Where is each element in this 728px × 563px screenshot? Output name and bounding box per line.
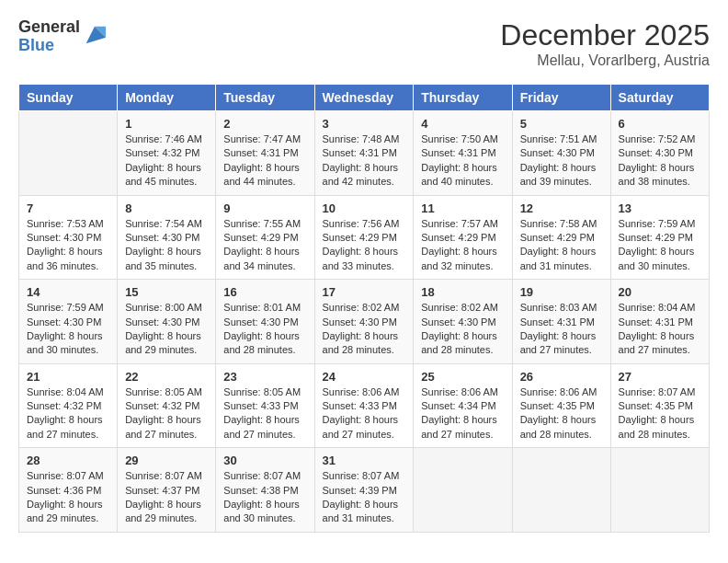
cell-sun-info: Sunrise: 8:07 AMSunset: 4:36 PMDaylight:… [27,469,109,526]
calendar-cell: 28Sunrise: 8:07 AMSunset: 4:36 PMDayligh… [19,448,118,533]
day-number: 27 [619,370,701,384]
cell-sun-info: Sunrise: 8:02 AMSunset: 4:30 PMDaylight:… [323,301,406,358]
cell-sun-info: Sunrise: 8:03 AMSunset: 4:31 PMDaylight:… [520,301,603,358]
day-number: 26 [520,370,603,384]
header-friday: Friday [512,85,610,111]
calendar-cell: 15Sunrise: 8:00 AMSunset: 4:30 PMDayligh… [118,280,216,364]
day-number: 7 [27,201,109,215]
header-tuesday: Tuesday [216,85,314,111]
calendar-cell [414,448,512,533]
cell-sun-info: Sunrise: 8:07 AMSunset: 4:39 PMDaylight:… [323,469,406,526]
weekday-header-row: SundayMondayTuesdayWednesdayThursdayFrid… [19,85,710,111]
cell-sun-info: Sunrise: 8:05 AMSunset: 4:33 PMDaylight:… [223,385,306,442]
location-title: Mellau, Vorarlberg, Austria [500,52,710,69]
calendar-cell: 3Sunrise: 7:48 AMSunset: 4:31 PMDaylight… [314,111,414,196]
cell-sun-info: Sunrise: 8:02 AMSunset: 4:30 PMDaylight:… [421,301,504,358]
calendar-cell: 24Sunrise: 8:06 AMSunset: 4:33 PMDayligh… [314,363,414,448]
page-header: General Blue December 2025 Mellau, Vorar… [18,18,710,69]
header-thursday: Thursday [414,85,512,111]
title-section: December 2025 Mellau, Vorarlberg, Austri… [500,18,710,69]
header-saturday: Saturday [610,85,709,111]
calendar-cell: 2Sunrise: 7:47 AMSunset: 4:31 PMDaylight… [216,111,314,196]
day-number: 23 [223,370,306,384]
calendar-cell: 26Sunrise: 8:06 AMSunset: 4:35 PMDayligh… [512,363,610,448]
calendar-cell: 10Sunrise: 7:56 AMSunset: 4:29 PMDayligh… [314,195,414,280]
day-number: 14 [27,285,109,299]
cell-sun-info: Sunrise: 7:51 AMSunset: 4:30 PMDaylight:… [520,132,603,190]
day-number: 17 [323,285,406,299]
calendar-cell: 12Sunrise: 7:58 AMSunset: 4:29 PMDayligh… [512,195,610,280]
day-number: 3 [323,117,406,131]
day-number: 19 [520,285,603,299]
day-number: 24 [323,370,406,384]
day-number: 22 [125,370,208,384]
day-number: 11 [421,201,504,215]
calendar-cell: 27Sunrise: 8:07 AMSunset: 4:35 PMDayligh… [610,363,709,448]
calendar-cell: 29Sunrise: 8:07 AMSunset: 4:37 PMDayligh… [118,448,216,533]
calendar-cell: 20Sunrise: 8:04 AMSunset: 4:31 PMDayligh… [610,280,709,364]
day-number: 2 [223,117,306,131]
calendar-cell: 13Sunrise: 7:59 AMSunset: 4:29 PMDayligh… [610,195,709,280]
cell-sun-info: Sunrise: 8:01 AMSunset: 4:30 PMDaylight:… [223,301,306,358]
week-row-2: 7Sunrise: 7:53 AMSunset: 4:30 PMDaylight… [19,195,710,280]
cell-sun-info: Sunrise: 7:57 AMSunset: 4:29 PMDaylight:… [421,217,504,274]
calendar-cell: 9Sunrise: 7:55 AMSunset: 4:29 PMDaylight… [216,195,314,280]
calendar-cell [19,111,118,196]
logo: General Blue [18,18,108,55]
cell-sun-info: Sunrise: 8:07 AMSunset: 4:35 PMDaylight:… [619,385,701,442]
day-number: 18 [421,285,504,299]
day-number: 30 [223,454,306,467]
day-number: 20 [619,285,701,299]
month-title: December 2025 [500,18,710,52]
cell-sun-info: Sunrise: 7:47 AMSunset: 4:31 PMDaylight:… [223,132,306,190]
cell-sun-info: Sunrise: 7:55 AMSunset: 4:29 PMDaylight:… [223,217,306,274]
day-number: 6 [619,117,701,131]
week-row-3: 14Sunrise: 7:59 AMSunset: 4:30 PMDayligh… [19,280,710,364]
week-row-1: 1Sunrise: 7:46 AMSunset: 4:32 PMDaylight… [19,111,710,196]
cell-sun-info: Sunrise: 7:58 AMSunset: 4:29 PMDaylight:… [520,217,603,274]
calendar-cell: 8Sunrise: 7:54 AMSunset: 4:30 PMDaylight… [118,195,216,280]
cell-sun-info: Sunrise: 8:07 AMSunset: 4:38 PMDaylight:… [223,469,306,526]
day-number: 4 [421,117,504,131]
week-row-4: 21Sunrise: 8:04 AMSunset: 4:32 PMDayligh… [19,363,710,448]
calendar-cell: 11Sunrise: 7:57 AMSunset: 4:29 PMDayligh… [414,195,512,280]
calendar-table: SundayMondayTuesdayWednesdayThursdayFrid… [18,84,710,533]
day-number: 12 [520,201,603,215]
cell-sun-info: Sunrise: 7:53 AMSunset: 4:30 PMDaylight:… [27,217,109,274]
header-monday: Monday [118,85,216,111]
cell-sun-info: Sunrise: 8:00 AMSunset: 4:30 PMDaylight:… [125,301,208,358]
cell-sun-info: Sunrise: 7:46 AMSunset: 4:32 PMDaylight:… [125,132,208,190]
calendar-cell: 31Sunrise: 8:07 AMSunset: 4:39 PMDayligh… [314,448,414,533]
calendar-cell: 22Sunrise: 8:05 AMSunset: 4:32 PMDayligh… [118,363,216,448]
day-number: 9 [223,201,306,215]
day-number: 25 [421,370,504,384]
day-number: 31 [323,454,406,467]
calendar-cell: 23Sunrise: 8:05 AMSunset: 4:33 PMDayligh… [216,363,314,448]
calendar-cell: 16Sunrise: 8:01 AMSunset: 4:30 PMDayligh… [216,280,314,364]
calendar-cell: 18Sunrise: 8:02 AMSunset: 4:30 PMDayligh… [414,280,512,364]
day-number: 29 [125,454,208,467]
day-number: 21 [27,370,109,384]
day-number: 13 [619,201,701,215]
calendar-cell: 17Sunrise: 8:02 AMSunset: 4:30 PMDayligh… [314,280,414,364]
cell-sun-info: Sunrise: 8:06 AMSunset: 4:34 PMDaylight:… [421,385,504,442]
cell-sun-info: Sunrise: 8:07 AMSunset: 4:37 PMDaylight:… [125,469,208,526]
header-sunday: Sunday [19,85,118,111]
cell-sun-info: Sunrise: 7:54 AMSunset: 4:30 PMDaylight:… [125,217,208,274]
calendar-cell: 21Sunrise: 8:04 AMSunset: 4:32 PMDayligh… [19,363,118,448]
logo-icon [82,22,108,48]
cell-sun-info: Sunrise: 7:59 AMSunset: 4:29 PMDaylight:… [619,217,701,274]
cell-sun-info: Sunrise: 8:04 AMSunset: 4:32 PMDaylight:… [27,385,109,442]
calendar-cell: 14Sunrise: 7:59 AMSunset: 4:30 PMDayligh… [19,280,118,364]
cell-sun-info: Sunrise: 8:04 AMSunset: 4:31 PMDaylight:… [619,301,701,358]
cell-sun-info: Sunrise: 8:06 AMSunset: 4:35 PMDaylight:… [520,385,603,442]
calendar-cell: 25Sunrise: 8:06 AMSunset: 4:34 PMDayligh… [414,363,512,448]
calendar-cell: 30Sunrise: 8:07 AMSunset: 4:38 PMDayligh… [216,448,314,533]
cell-sun-info: Sunrise: 7:56 AMSunset: 4:29 PMDaylight:… [323,217,406,274]
day-number: 5 [520,117,603,131]
day-number: 28 [27,454,109,467]
header-wednesday: Wednesday [314,85,414,111]
calendar-cell: 6Sunrise: 7:52 AMSunset: 4:30 PMDaylight… [610,111,709,196]
logo-blue-text: Blue [18,37,80,55]
day-number: 15 [125,285,208,299]
